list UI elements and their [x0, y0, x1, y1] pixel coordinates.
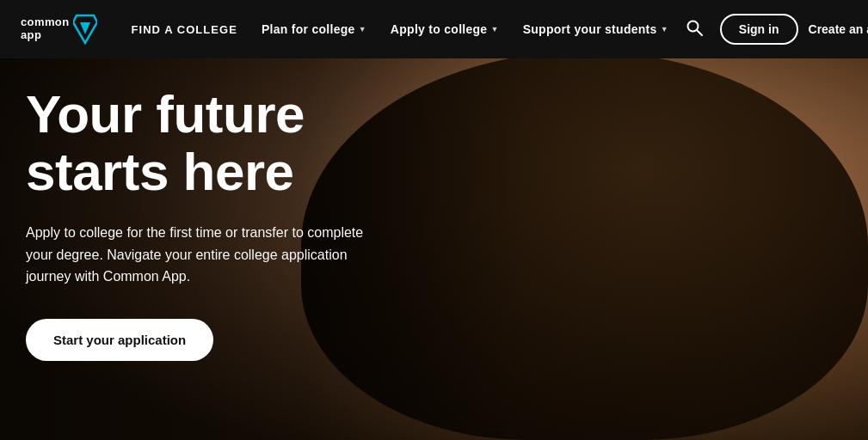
logo-text-line2: app: [21, 29, 70, 42]
search-icon[interactable]: [679, 15, 710, 44]
hero-content: Your future starts here Apply to college…: [26, 86, 387, 361]
sign-in-button[interactable]: Sign in: [720, 14, 798, 45]
navbar: common app FIND A COLLEGE Plan for colle…: [0, 0, 868, 58]
svg-line-1: [697, 30, 702, 35]
nav-links: FIND A COLLEGE Plan for college ▼ Apply …: [121, 15, 679, 43]
nav-find-college[interactable]: FIND A COLLEGE: [121, 16, 248, 43]
create-account-button[interactable]: Create an account: [809, 22, 868, 36]
logo-text-line1: common: [21, 16, 70, 29]
logo[interactable]: common app: [21, 14, 97, 45]
nav-support-students[interactable]: Support your students ▼: [513, 15, 679, 43]
logo-icon: [73, 14, 97, 45]
plan-chevron-icon: ▼: [359, 25, 366, 34]
hero-subtitle: Apply to college for the first time or t…: [26, 222, 387, 288]
nav-plan-for-college[interactable]: Plan for college ▼: [251, 15, 377, 43]
support-chevron-icon: ▼: [661, 25, 668, 34]
apply-chevron-icon: ▼: [490, 25, 498, 34]
hero-title: Your future starts here: [26, 86, 387, 201]
nav-apply-to-college[interactable]: Apply to college ▼: [380, 15, 509, 43]
nav-right: Sign in Create an account: [679, 14, 868, 45]
start-application-button[interactable]: Start your application: [26, 319, 213, 361]
